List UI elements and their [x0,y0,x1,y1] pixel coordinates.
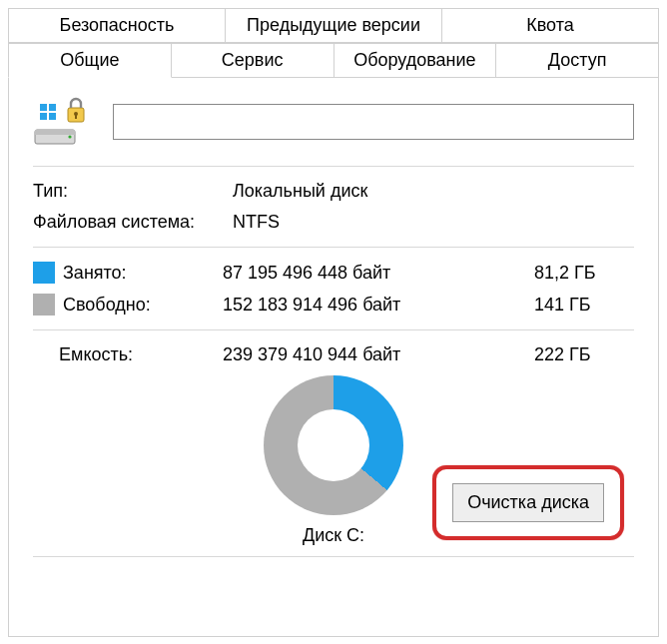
type-value: Локальный диск [233,181,634,202]
usage-pie-chart [264,375,403,515]
capacity-gb: 222 ГБ [534,344,634,365]
general-panel: Тип: Локальный диск Файловая система: NT… [8,78,659,637]
free-label: Свободно: [63,295,223,316]
tab-quota[interactable]: Квота [442,8,659,43]
svg-rect-5 [40,113,47,120]
used-bytes: 87 195 496 448 байт [223,263,534,284]
tab-security[interactable]: Безопасность [8,8,226,43]
tab-sharing[interactable]: Доступ [496,43,659,78]
free-swatch [33,294,55,316]
divider [33,556,634,557]
divider [33,329,634,330]
tab-tools[interactable]: Сервис [172,43,334,78]
used-gb: 81,2 ГБ [534,263,634,284]
free-bytes: 152 183 914 496 байт [223,295,534,316]
tab-hardware[interactable]: Оборудование [334,43,497,78]
used-swatch [33,262,55,284]
tab-general[interactable]: Общие [8,43,172,78]
divider [33,247,634,248]
tab-previous-versions[interactable]: Предыдущие версии [226,8,442,43]
divider [33,166,634,167]
svg-rect-9 [75,115,77,119]
drive-icon [33,96,89,148]
svg-rect-6 [49,113,56,120]
svg-rect-3 [40,104,47,111]
used-label: Занято: [63,263,223,284]
disk-cleanup-button[interactable]: Очистка диска [452,483,604,522]
cleanup-highlight: Очистка диска [432,465,624,540]
svg-point-2 [68,135,71,138]
filesystem-value: NTFS [233,212,634,233]
filesystem-label: Файловая система: [33,212,233,233]
svg-rect-4 [49,104,56,111]
free-gb: 141 ГБ [534,295,634,316]
capacity-label: Емкость: [33,344,223,365]
capacity-bytes: 239 379 410 944 байт [223,344,534,365]
type-label: Тип: [33,181,233,202]
volume-label-input[interactable] [113,104,634,140]
svg-rect-1 [35,130,75,135]
